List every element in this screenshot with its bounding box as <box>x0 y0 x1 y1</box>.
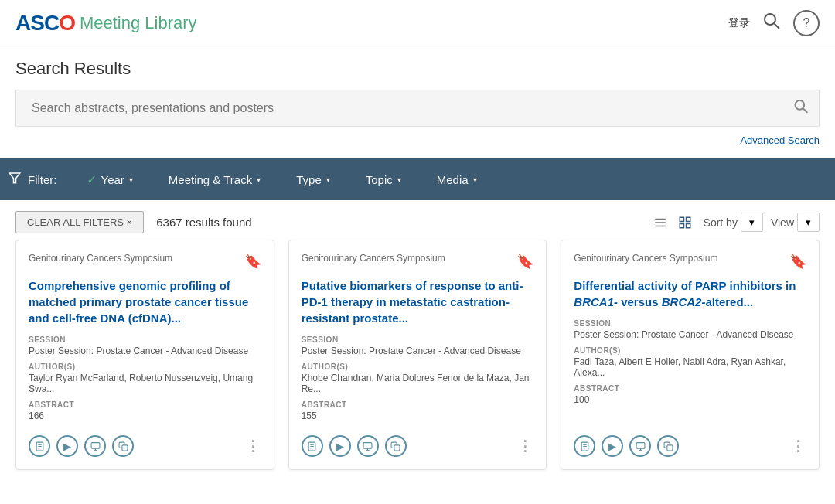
help-icon[interactable]: ? <box>793 10 820 36</box>
svg-rect-10 <box>680 223 683 227</box>
view-wrap: View ▾ <box>771 213 820 232</box>
page-content: Search Results Advanced Search <box>0 46 835 146</box>
card-3-bookmark-icon[interactable]: 🔖 <box>789 253 806 270</box>
card-3-header: Genitourinary Cancers Symposium 🔖 <box>574 253 806 270</box>
logo-asco-o: O <box>59 11 75 35</box>
card-2-footer: ▶ ⋮ <box>302 427 534 457</box>
sort-by-button[interactable]: ▾ <box>741 213 763 232</box>
result-card-1: Genitourinary Cancers Symposium 🔖 Compre… <box>15 240 274 470</box>
card-1-bookmark-icon[interactable]: 🔖 <box>244 253 261 270</box>
search-icon[interactable] <box>762 12 781 35</box>
logo-text: Meeting Library <box>80 13 197 33</box>
svg-line-3 <box>803 108 807 112</box>
card-2-play-button[interactable]: ▶ <box>329 435 351 457</box>
filter-meeting-track[interactable]: Meeting & Track ▾ <box>162 169 267 191</box>
media-label: Media <box>437 173 469 186</box>
card-3-symposium: Genitourinary Cancers Symposium <box>574 253 717 264</box>
svg-line-1 <box>775 23 780 29</box>
card-1-abstract-label: ABSTRACT <box>29 400 261 409</box>
list-view-icon[interactable] <box>649 212 671 233</box>
card-2-session-label: SESSION <box>302 335 534 344</box>
header: ASCO Meeting Library 登录 ? <box>0 0 835 46</box>
filter-type[interactable]: Type ▾ <box>290 169 336 191</box>
card-2-title: Putative biomarkers of response to anti-… <box>302 278 534 326</box>
svg-point-2 <box>796 100 805 110</box>
filter-topic[interactable]: Topic ▾ <box>360 169 407 191</box>
topic-label: Topic <box>366 173 393 186</box>
card-1-symposium: Genitourinary Cancers Symposium <box>29 253 172 264</box>
filter-year[interactable]: ✓ Year ▾ <box>80 168 139 192</box>
svg-rect-19 <box>121 444 127 450</box>
page-title: Search Results <box>15 59 820 79</box>
card-3-abstract-label: ABSTRACT <box>574 384 806 393</box>
card-1-more-button[interactable]: ⋮ <box>246 438 261 455</box>
filter-media[interactable]: Media ▾ <box>431 169 483 191</box>
view-button[interactable]: ▾ <box>797 213 820 232</box>
card-2-bookmark-icon[interactable]: 🔖 <box>516 253 533 270</box>
card-1-doc-button[interactable] <box>29 435 50 457</box>
card-3-screen-button[interactable] <box>629 435 651 457</box>
type-label: Type <box>296 173 322 186</box>
search-button[interactable] <box>793 99 809 118</box>
svg-rect-9 <box>686 217 690 221</box>
card-1-author-label: AUTHOR(S) <box>29 363 261 371</box>
logo-asco: ASCO <box>15 11 75 36</box>
card-2-symposium: Genitourinary Cancers Symposium <box>302 253 445 264</box>
card-3-play-button[interactable]: ▶ <box>602 435 623 457</box>
card-2-header: Genitourinary Cancers Symposium 🔖 <box>302 253 534 270</box>
card-3-more-button[interactable]: ⋮ <box>791 438 806 455</box>
card-3-session-label: SESSION <box>574 319 806 328</box>
type-arrow-icon: ▾ <box>326 175 330 184</box>
filter-icon <box>8 171 22 189</box>
topic-arrow-icon: ▾ <box>397 175 401 184</box>
card-3-author-value: Fadi Taza, Albert E Holler, Nabil Adra, … <box>574 356 806 378</box>
clear-filters-button[interactable]: CLEAR ALL FILTERS × <box>15 211 144 233</box>
year-check-icon: ✓ <box>87 172 97 187</box>
card-1-header: Genitourinary Cancers Symposium 🔖 <box>29 253 261 270</box>
filter-text: Filter: <box>28 173 57 186</box>
meeting-track-label: Meeting & Track <box>169 173 252 186</box>
header-icons: 登录 ? <box>728 10 820 36</box>
card-1-copy-button[interactable] <box>112 435 134 457</box>
login-button[interactable]: 登录 <box>728 16 750 30</box>
grid-view-icon[interactable] <box>674 212 696 233</box>
card-1-play-button[interactable]: ▶ <box>56 435 78 457</box>
card-1-actions: ▶ <box>29 435 134 457</box>
card-2-more-button[interactable]: ⋮ <box>518 438 533 455</box>
card-2-abstract-value: 155 <box>302 410 534 421</box>
card-2-copy-button[interactable] <box>385 435 407 457</box>
logo: ASCO Meeting Library <box>15 11 197 36</box>
card-2-abstract-label: ABSTRACT <box>302 400 534 409</box>
card-3-abstract-value: 100 <box>574 394 806 405</box>
svg-point-0 <box>765 14 775 25</box>
card-2-screen-button[interactable] <box>357 435 379 457</box>
media-arrow-icon: ▾ <box>473 175 477 184</box>
card-3-actions: ▶ <box>574 435 679 457</box>
card-3-doc-button[interactable] <box>574 435 595 457</box>
view-label: View <box>771 216 794 229</box>
card-3-title: Differential activity of PARP inhibitors… <box>574 278 806 310</box>
year-arrow-icon: ▾ <box>129 175 133 184</box>
card-3-author-label: AUTHOR(S) <box>574 346 806 355</box>
meeting-track-arrow-icon: ▾ <box>257 175 261 184</box>
card-1-footer: ▶ ⋮ <box>29 427 261 457</box>
card-2-doc-button[interactable] <box>302 435 323 457</box>
card-1-screen-button[interactable] <box>84 435 106 457</box>
card-3-footer: ▶ ⋮ <box>574 427 806 457</box>
results-bar-right: Sort by ▾ View ▾ <box>649 212 820 233</box>
card-2-session-value: Poster Session: Prostate Cancer - Advanc… <box>302 346 534 356</box>
filter-label: Filter: <box>8 171 57 189</box>
results-section: CLEAR ALL FILTERS × 6367 results found <box>0 200 835 485</box>
card-1-session-value: Poster Session: Prostate Cancer - Advanc… <box>29 346 261 356</box>
svg-rect-35 <box>667 444 673 450</box>
sort-by-arrow: ▾ <box>749 216 755 228</box>
search-input[interactable] <box>15 90 820 127</box>
card-3-copy-button[interactable] <box>657 435 679 457</box>
results-bar: CLEAR ALL FILTERS × 6367 results found <box>15 200 820 240</box>
help-label: ? <box>803 16 810 30</box>
advanced-search-link[interactable]: Advanced Search <box>15 135 820 146</box>
card-1-session-label: SESSION <box>29 335 261 344</box>
sort-by-wrap: Sort by ▾ <box>704 213 763 232</box>
year-label: Year <box>101 173 124 186</box>
svg-rect-8 <box>680 217 683 221</box>
